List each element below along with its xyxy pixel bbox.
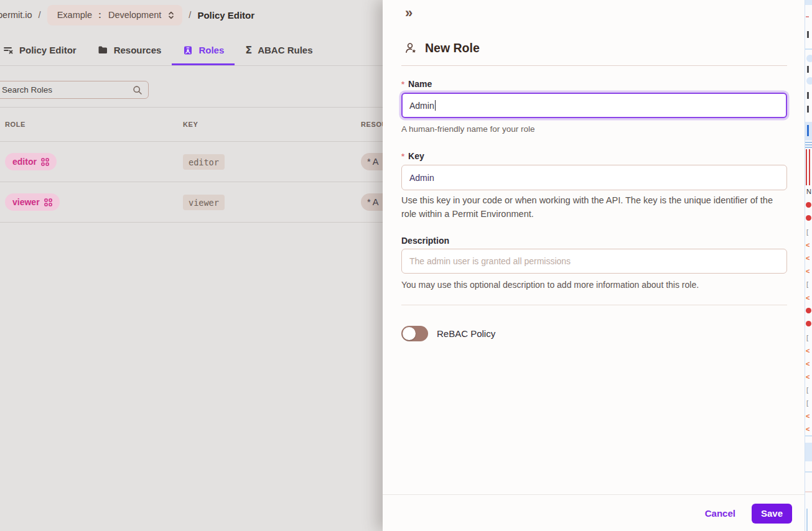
save-button[interactable]: Save	[752, 504, 792, 524]
description-help-text: You may use this optional description to…	[401, 278, 786, 292]
orange-angle-glyph: <	[806, 413, 812, 419]
pink-hr-glyph	[805, 491, 812, 492]
toggle-knob	[403, 327, 416, 340]
orange-angle-glyph: <	[806, 426, 812, 432]
orange-angle-glyph: <	[806, 374, 812, 380]
blue-hr-glyph	[805, 471, 812, 473]
bracket-glyph: [	[806, 387, 812, 393]
ibar-glyph	[807, 92, 809, 99]
collapse-drawer-icon[interactable]: »	[405, 5, 413, 21]
blue-blob-glyph	[806, 55, 812, 62]
required-asterisk: *	[401, 152, 404, 161]
breadcrumb-page-title: Policy Editor	[197, 10, 254, 21]
role-badge-viewer[interactable]: viewer	[5, 193, 60, 211]
grid-icon	[44, 198, 52, 206]
selected-glyph	[805, 122, 812, 141]
ibar-glyph	[807, 66, 809, 73]
side-window-sliver: N[<<<[<[<<<[[<<	[805, 0, 812, 531]
project-env-divider: :	[98, 10, 102, 20]
role-key-chip: viewer	[183, 195, 225, 210]
drawer-title: New Role	[425, 41, 480, 55]
blue-hr-glyph	[805, 48, 812, 50]
orange-angle-glyph: <	[806, 255, 812, 261]
search-icon	[133, 85, 142, 95]
bracket-glyph: [	[806, 335, 812, 341]
name-label: *Name	[401, 79, 432, 89]
title-divider	[401, 65, 787, 66]
search-roles-box	[0, 81, 149, 99]
required-asterisk: *	[401, 80, 404, 89]
text-caret	[435, 100, 436, 111]
name-input[interactable]: Admin	[401, 93, 787, 118]
blue-block-glyph	[805, 443, 812, 461]
role-badge-icon	[182, 45, 193, 55]
blue-vline-glyph	[806, 509, 808, 531]
orange-angle-glyph: <	[806, 361, 812, 367]
name-help-text: A human-friendly name for your role	[401, 122, 786, 136]
description-input-box	[401, 249, 787, 274]
folder-icon	[98, 45, 108, 55]
orange-angle-glyph: <	[806, 242, 812, 248]
role-badge-label: viewer	[12, 197, 40, 207]
blue-hr-glyph	[805, 435, 812, 436]
orange-angle-glyph: <	[806, 268, 812, 274]
breadcrumb-separator: /	[189, 10, 191, 20]
grid-icon	[41, 158, 49, 166]
new-role-drawer: » New Role *Name Admin A human-friendly …	[383, 0, 805, 531]
sigma-icon: Σ	[245, 44, 252, 56]
cancel-button[interactable]: Cancel	[705, 508, 735, 519]
letter-glyph: N	[806, 188, 812, 195]
tab-resources[interactable]: Resources	[87, 37, 172, 65]
rebac-policy-label: ReBAC Policy	[437, 328, 495, 339]
tab-label: Roles	[198, 45, 224, 55]
ibar-glyph	[807, 31, 809, 38]
search-roles-input[interactable]	[0, 85, 133, 95]
orange-angle-glyph: <	[806, 295, 812, 301]
breadcrumb: permit.io / Example : Development / Poli…	[0, 0, 254, 30]
blue-block-glyph	[805, 0, 812, 5]
red-dot-glyph	[806, 202, 811, 208]
key-help-text: Use this key in your code or when workin…	[401, 193, 782, 221]
red-dot-glyph	[806, 308, 811, 313]
ibar-glyph	[807, 106, 809, 113]
section-divider	[401, 305, 787, 305]
policy-editor-icon	[3, 45, 14, 55]
chevron-up-down-icon	[167, 11, 175, 20]
tab-abac-rules[interactable]: Σ ABAC Rules	[235, 37, 323, 65]
column-header-role: ROLE	[5, 121, 26, 128]
environment-selector[interactable]: Example : Development	[47, 5, 183, 25]
bracket-glyph: [	[806, 229, 812, 235]
key-label: *Key	[401, 151, 424, 161]
key-input-box	[401, 165, 787, 190]
key-input[interactable]	[409, 173, 779, 183]
tab-roles[interactable]: Roles	[172, 37, 235, 65]
breadcrumb-separator: /	[39, 10, 41, 20]
tab-label: Resources	[114, 45, 162, 55]
tab-label: ABAC Rules	[258, 45, 312, 55]
role-badge-label: editor	[12, 157, 37, 167]
description-label: Description	[401, 236, 449, 246]
role-key-chip: editor	[183, 154, 225, 170]
red-dot-glyph	[806, 321, 811, 326]
tab-label: Policy Editor	[19, 45, 77, 55]
tab-policy-editor[interactable]: Policy Editor	[0, 37, 87, 65]
drawer-footer: Cancel Save	[383, 494, 805, 531]
bracket-glyph: [	[806, 281, 812, 287]
red-dot-glyph	[806, 215, 811, 221]
blue-bars-glyph	[805, 142, 812, 148]
rebac-policy-toggle[interactable]	[401, 326, 428, 341]
project-name: Example	[57, 10, 92, 20]
blue-blob-glyph	[806, 77, 812, 85]
red-dash-glyph	[806, 16, 809, 17]
role-badge-editor[interactable]: editor	[5, 153, 57, 170]
bracket-glyph: [	[806, 400, 812, 406]
description-input[interactable]	[409, 256, 779, 266]
red-lines-glyph	[806, 149, 812, 185]
name-input-value: Admin	[409, 101, 434, 111]
breadcrumb-org-link[interactable]: permit.io	[0, 10, 32, 20]
column-header-key: KEY	[183, 121, 198, 128]
orange-angle-glyph: <	[806, 348, 812, 354]
environment-name: Development	[108, 10, 161, 20]
new-role-person-icon	[405, 42, 417, 54]
